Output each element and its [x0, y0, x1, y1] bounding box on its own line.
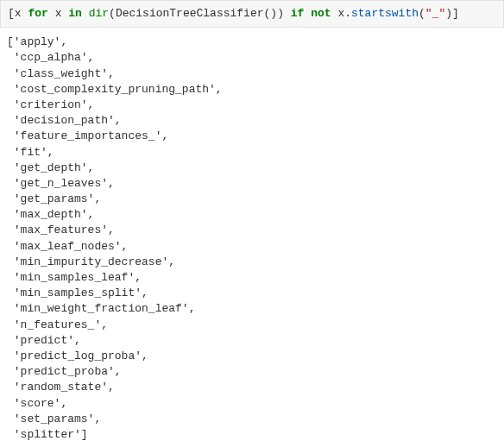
keyword-for: for: [28, 7, 47, 20]
paren-open-2: (: [419, 7, 425, 20]
keyword-not: not: [311, 7, 331, 20]
var-x2: x: [48, 7, 68, 20]
keyword-if: if: [291, 7, 305, 20]
classname: DecisionTreeClassifier: [116, 7, 264, 20]
keyword-in: in: [68, 7, 82, 20]
method-startswith: startswith: [351, 7, 419, 20]
space: [304, 7, 311, 20]
paren-open: (: [109, 7, 116, 20]
var-x1: x: [15, 7, 28, 20]
bracket-close: ]: [452, 7, 459, 20]
builtin-dir: dir: [89, 7, 109, 20]
call-parens: (): [264, 7, 278, 20]
string-underscore: "_": [425, 7, 445, 20]
bracket-open: [: [8, 7, 15, 20]
space: [82, 7, 89, 20]
paren-close: ): [277, 7, 284, 20]
paren-close-2: ): [445, 7, 452, 20]
code-output-cell: ['apply', 'ccp_alpha', 'class_weight', '…: [0, 28, 504, 447]
code-input-cell: [x for x in dir(DecisionTreeClassifier()…: [0, 0, 504, 28]
x-dot: x.: [331, 7, 351, 20]
space: [284, 7, 291, 20]
